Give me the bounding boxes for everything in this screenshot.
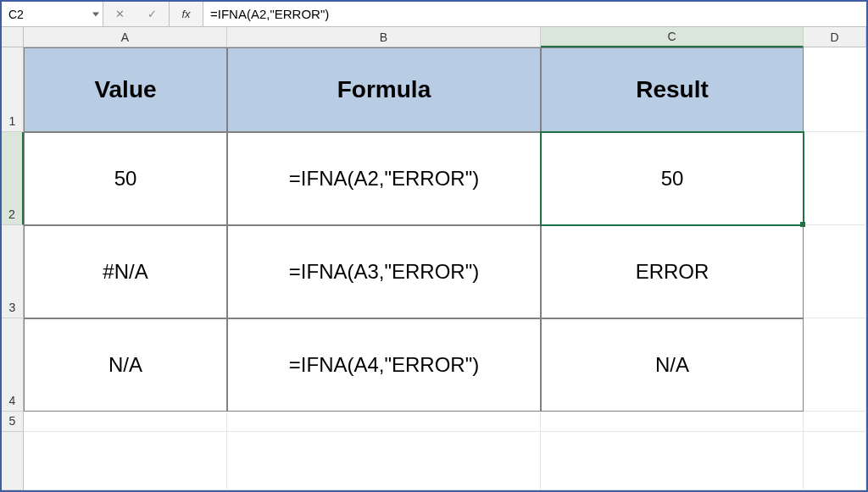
cell-blank-c[interactable] xyxy=(541,432,804,490)
chevron-down-icon[interactable] xyxy=(92,12,99,16)
cell-blank-d[interactable] xyxy=(804,432,866,490)
row-head-4[interactable]: 4 xyxy=(2,318,24,412)
cell-c1[interactable]: Result xyxy=(541,47,804,132)
cell-c2[interactable]: 50 xyxy=(541,132,804,225)
cell-a3[interactable]: #N/A xyxy=(24,225,227,318)
row-head-2[interactable]: 2 xyxy=(2,132,24,225)
cell-a4[interactable]: N/A xyxy=(24,318,227,412)
fx-button[interactable]: fx xyxy=(170,2,203,26)
row-head-1[interactable]: 1 xyxy=(2,47,24,132)
cell-d4[interactable] xyxy=(804,318,866,412)
row-head-blank xyxy=(2,432,24,490)
col-head-c[interactable]: C xyxy=(541,27,804,47)
cancel-icon[interactable]: ✕ xyxy=(115,8,125,20)
cell-b4[interactable]: =IFNA(A4,"ERROR") xyxy=(227,318,541,412)
col-head-b[interactable]: B xyxy=(227,27,541,47)
cell-c5[interactable] xyxy=(541,412,804,432)
cell-b2[interactable]: =IFNA(A2,"ERROR") xyxy=(227,132,541,225)
cell-d3[interactable] xyxy=(804,225,866,318)
name-box-value: C2 xyxy=(8,8,24,21)
cell-blank-b[interactable] xyxy=(227,432,541,490)
cell-blank-a[interactable] xyxy=(24,432,227,490)
cell-b1[interactable]: Formula xyxy=(227,47,541,132)
fx-label: fx xyxy=(181,8,190,20)
formula-input[interactable]: =IFNA(A2,"ERROR") xyxy=(203,2,866,26)
cell-a1[interactable]: Value xyxy=(24,47,227,132)
spreadsheet-window: C2 ✕ ✓ fx =IFNA(A2,"ERROR") A B C D 1 Va… xyxy=(0,0,868,492)
cell-d1[interactable] xyxy=(804,47,866,132)
cell-a2[interactable]: 50 xyxy=(24,132,227,225)
cell-c3[interactable]: ERROR xyxy=(541,225,804,318)
formula-text: =IFNA(A2,"ERROR") xyxy=(210,7,329,21)
name-box[interactable]: C2 xyxy=(2,2,103,26)
formula-bar-buttons: ✕ ✓ xyxy=(103,2,170,26)
cell-d2[interactable] xyxy=(804,132,866,225)
row-head-3[interactable]: 3 xyxy=(2,225,24,318)
cell-a5[interactable] xyxy=(24,412,227,432)
cell-c4[interactable]: N/A xyxy=(541,318,804,412)
cell-b5[interactable] xyxy=(227,412,541,432)
cell-b3[interactable]: =IFNA(A3,"ERROR") xyxy=(227,225,541,318)
grid: A B C D 1 Value Formula Result 2 50 =IFN… xyxy=(2,27,866,490)
col-head-a[interactable]: A xyxy=(24,27,227,47)
formula-bar: C2 ✕ ✓ fx =IFNA(A2,"ERROR") xyxy=(2,2,866,27)
cell-d5[interactable] xyxy=(804,412,866,432)
select-all-corner[interactable] xyxy=(2,27,24,47)
accept-icon[interactable]: ✓ xyxy=(147,8,157,20)
row-head-5[interactable]: 5 xyxy=(2,412,24,432)
col-head-d[interactable]: D xyxy=(804,27,866,47)
